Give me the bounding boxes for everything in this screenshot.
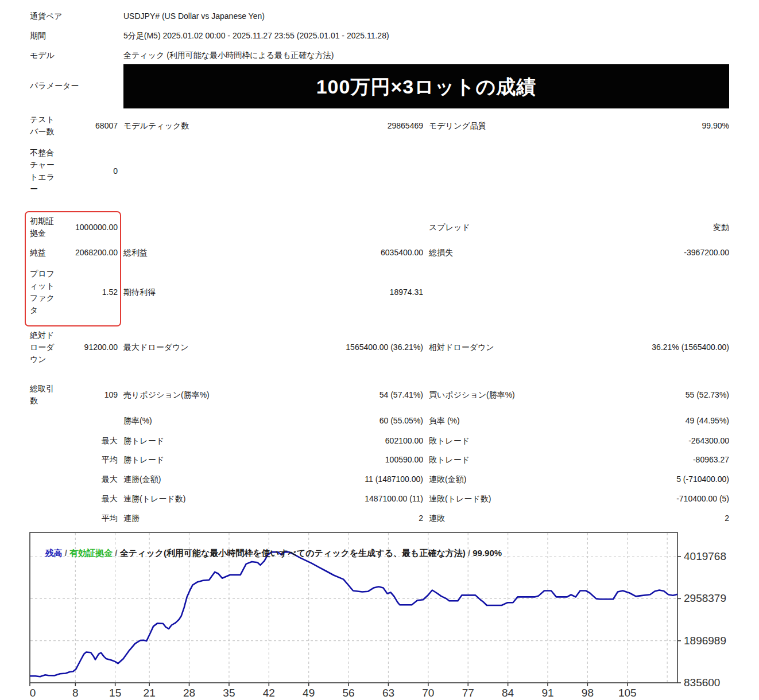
stat-label-right: 負率 (%) [429, 415, 561, 427]
stat-value-right: 5 (-710400.00) [567, 473, 729, 485]
stat-label-mid: USDJPY# (US Dollar vs Japanese Yen) [123, 10, 255, 22]
stat-value-left: 最大 [71, 435, 118, 447]
stat-label-mid: 売りポジション(勝率%) [123, 389, 255, 401]
table-row: 最大 連勝(金額) 11 (1487100.00) 連敗(金額) 5 (-710… [30, 473, 729, 485]
stat-row-label: テスト バー数 [30, 114, 65, 138]
x-axis-label: 98 [582, 687, 594, 699]
stat-value-mid [261, 165, 423, 177]
stat-value-mid: 100590.00 [261, 454, 423, 466]
stat-value-mid: 602100.00 [261, 435, 423, 447]
stat-row-label: 期間 [30, 30, 65, 42]
banner-title: 100万円×3ロットの成績 [316, 77, 537, 96]
stat-value-left [71, 80, 118, 92]
stat-label-right [429, 165, 561, 177]
stat-value-mid: 1487100.00 (11) [261, 493, 423, 505]
stat-row-label [30, 454, 65, 466]
x-axis-label: 56 [343, 687, 355, 699]
stat-value-mid: 54 (57.41%) [261, 389, 423, 401]
stat-label-mid: 勝トレード [123, 454, 255, 466]
stat-row-label [30, 473, 65, 485]
stat-value-left: 2068200.00 [71, 247, 118, 259]
stat-label-right: スプレッド [429, 221, 561, 234]
y-axis-label: 2958379 [684, 592, 726, 604]
stat-value-left [71, 10, 118, 22]
stat-value-right: 36.21% (1565400.00) [567, 341, 729, 353]
table-row: 初期証 拠金 1000000.00 スプレッド 変動 [30, 215, 729, 239]
table-row: 総取引 数 109 売りポジション(勝率%) 54 (57.41%) 買いポジシ… [30, 383, 729, 407]
stat-label-right: 敗トレード [429, 435, 561, 447]
stat-value-right: 変動 [567, 221, 729, 234]
stat-value-left: 平均 [71, 512, 118, 524]
x-axis-label: 105 [618, 687, 637, 699]
stat-value-left: 0 [71, 165, 118, 177]
stat-label-right: 買いポジション(勝率%) [429, 389, 561, 401]
stat-label-right [429, 286, 561, 298]
x-axis-label: 49 [303, 687, 315, 699]
stat-label-mid: モデルティック数 [123, 120, 255, 132]
stat-value-right [567, 286, 729, 298]
stat-value-left: 109 [71, 389, 118, 401]
legend-model-label: 全ティック(利用可能な最小時間枠を使いすべてのティックを生成する、最も正確な方法… [120, 548, 466, 558]
x-axis-label: 28 [183, 687, 195, 699]
stat-label-right: モデリング品質 [429, 120, 561, 132]
stat-value-left [71, 30, 118, 42]
table-row: 純益 2068200.00 総利益 6035400.00 総損失 -396720… [30, 247, 729, 259]
table-row: 勝率(%) 60 (55.05%) 負率 (%) 49 (44.95%) [30, 415, 729, 427]
legend-quality-label: 99.90% [473, 548, 502, 558]
stat-value-right: -3967200.00 [567, 247, 729, 259]
stat-label-right: 敗トレード [429, 454, 561, 466]
stat-value-right [567, 10, 729, 22]
stat-value-right: -710400.00 (5) [567, 493, 729, 505]
x-axis-label: 15 [109, 687, 121, 699]
strategy-tester-report: 通貨ペア USDJPY# (US Dollar vs Japanese Yen)… [0, 0, 759, 700]
x-axis-label: 91 [541, 687, 553, 699]
stat-value-mid: 60 (55.05%) [261, 415, 423, 427]
table-row: プロフ ィット ファク タ 1.52 期待利得 18974.31 [30, 268, 729, 316]
legend-separator: / [113, 548, 120, 558]
stat-value-right [567, 165, 729, 177]
table-row: 平均 勝トレード 100590.00 敗トレード -80963.27 [30, 454, 729, 466]
stat-value-mid [261, 221, 423, 234]
stat-label-right [429, 30, 561, 42]
stat-row-label [30, 493, 65, 505]
stat-value-mid [261, 30, 423, 42]
stat-label-mid: 連勝(金額) [123, 473, 255, 485]
stat-value-right: 99.90% [567, 120, 729, 132]
stat-label-right: 連敗(金額) [429, 473, 561, 485]
stat-row-label [30, 512, 65, 524]
chart-legend: 残高 / 有効証拠金 / 全ティック(利用可能な最小時間枠を使いすべてのティック… [36, 538, 502, 569]
legend-balance-label: 残高 [45, 548, 63, 558]
stat-row-label: 通貨ペア [30, 10, 65, 22]
stat-value-left: 最大 [71, 493, 118, 505]
table-row: 最大 連勝(トレード数) 1487100.00 (11) 連敗(トレード数) -… [30, 493, 729, 505]
y-axis-label: 835600 [684, 676, 720, 689]
stat-value-mid [261, 10, 423, 22]
stat-label-mid: 最大ドローダウン [123, 341, 255, 353]
stat-value-right: -264300.00 [567, 435, 729, 447]
stat-label-mid: 勝トレード [123, 435, 255, 447]
stat-row-label: モデル [30, 49, 65, 61]
table-row: 最大 勝トレード 602100.00 敗トレード -264300.00 [30, 435, 729, 447]
stat-label-mid [123, 221, 255, 234]
stat-label-mid: 期待利得 [123, 286, 255, 298]
stat-value-left [71, 49, 118, 61]
y-axis-label: 4019768 [684, 550, 726, 562]
table-row: 不整合 チャー トエラ ー 0 [30, 147, 729, 195]
y-axis-label: 1896989 [684, 635, 726, 647]
stat-value-mid [261, 49, 423, 61]
parameter-banner: 100万円×3ロットの成績 [123, 64, 729, 108]
stat-value-right [567, 30, 729, 42]
stat-label-mid: 連勝(トレード数) [123, 493, 255, 505]
stat-value-left [71, 415, 118, 427]
stat-value-left: 1.52 [71, 286, 118, 298]
stat-value-left: 91200.00 [71, 341, 118, 353]
stat-value-left: 1000000.00 [71, 221, 118, 234]
stat-value-right: 2 [567, 512, 729, 524]
x-axis-label: 8 [72, 687, 79, 699]
stat-value-mid: 11 (1487100.00) [261, 473, 423, 485]
x-axis-label: 0 [30, 687, 36, 699]
stat-value-left: 平均 [71, 454, 118, 466]
x-axis-label: 63 [382, 687, 394, 699]
x-axis-label: 70 [422, 687, 434, 699]
stat-label-mid: 勝率(%) [123, 415, 255, 427]
